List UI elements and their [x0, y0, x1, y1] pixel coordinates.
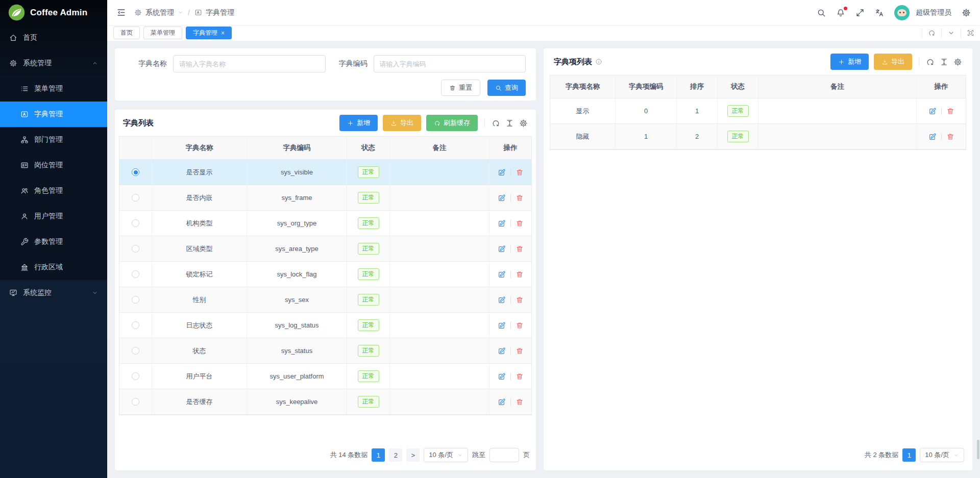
sidebar-item[interactable]: 部门管理 — [0, 127, 107, 153]
page-size-select[interactable]: 10 条/页 — [424, 448, 468, 462]
edit-icon[interactable] — [928, 133, 937, 141]
sidebar-item[interactable]: 系统管理 — [0, 51, 107, 76]
avatar[interactable] — [894, 5, 910, 20]
table-row[interactable]: 是否缓存 sys_keepalive 正常 — [119, 389, 531, 415]
breadcrumb-section[interactable]: 系统管理 — [145, 8, 174, 17]
refresh-cache-button[interactable]: 刷新缓存 — [426, 115, 478, 131]
row-radio[interactable] — [132, 372, 139, 380]
page-button-1[interactable]: 1 — [372, 448, 385, 462]
row-radio[interactable] — [132, 194, 139, 202]
delete-icon[interactable] — [516, 321, 524, 330]
tab-menu-mgmt[interactable]: 菜单管理 — [143, 27, 182, 39]
close-icon[interactable]: × — [221, 30, 225, 36]
row-radio[interactable] — [132, 168, 139, 176]
sidebar-item[interactable]: 首页 — [0, 25, 107, 51]
delete-icon[interactable] — [516, 194, 524, 202]
edit-icon[interactable] — [498, 347, 506, 355]
scrollbar[interactable] — [977, 440, 979, 459]
status-badge: 正常 — [727, 131, 749, 142]
table-row[interactable]: 机构类型 sys_org_type 正常 — [119, 211, 531, 236]
table-row[interactable]: 显示 0 1 正常 — [550, 98, 966, 124]
delete-icon[interactable] — [516, 168, 524, 177]
delete-icon[interactable] — [516, 296, 524, 304]
export-button[interactable]: 导出 — [383, 115, 421, 131]
fullscreen-icon[interactable] — [855, 8, 865, 17]
search-icon[interactable] — [817, 8, 826, 17]
edit-icon[interactable] — [498, 398, 506, 406]
translate-icon[interactable] — [875, 8, 884, 17]
edit-icon[interactable] — [498, 168, 506, 177]
table-row[interactable]: 隐藏 1 2 正常 — [550, 124, 966, 149]
row-radio[interactable] — [132, 270, 139, 278]
chevron-down-icon[interactable] — [941, 28, 961, 38]
delete-icon[interactable] — [516, 347, 524, 355]
refresh-table-icon[interactable] — [926, 58, 935, 66]
reset-button[interactable]: 重置 — [441, 80, 480, 96]
table-row[interactable]: 日志状态 sys_log_status 正常 — [119, 313, 531, 338]
tab-dict-mgmt[interactable]: 字典管理 × — [186, 27, 232, 39]
row-radio[interactable] — [132, 398, 139, 406]
row-radio[interactable] — [132, 347, 139, 355]
dict-name-input[interactable] — [173, 55, 326, 72]
column-settings-icon[interactable] — [519, 119, 528, 128]
sidebar-submenu: 菜单管理字典管理部门管理岗位管理角色管理用户管理参数管理行政区域 — [0, 76, 107, 280]
sidebar-item[interactable]: 字典管理 — [0, 102, 107, 127]
collapse-menu-icon[interactable] — [116, 8, 126, 17]
edit-icon[interactable] — [498, 219, 506, 228]
edit-icon[interactable] — [498, 194, 506, 202]
row-radio[interactable] — [132, 219, 139, 227]
refresh-table-icon[interactable] — [492, 119, 500, 128]
page-button-1[interactable]: 1 — [902, 448, 916, 462]
export-item-button[interactable]: 导出 — [874, 54, 912, 70]
table-row[interactable]: 性别 sys_sex 正常 — [119, 287, 531, 313]
delete-icon[interactable] — [516, 398, 524, 406]
row-height-icon[interactable] — [940, 58, 948, 66]
row-radio[interactable] — [132, 296, 139, 304]
refresh-tab-icon[interactable] — [922, 28, 941, 38]
table-row[interactable]: 是否内嵌 sys_frame 正常 — [119, 185, 531, 211]
table-row[interactable]: 用户平台 sys_user_platform 正常 — [119, 364, 531, 389]
notifications-button[interactable] — [836, 8, 845, 17]
query-button[interactable]: 查询 — [487, 80, 526, 96]
delete-icon[interactable] — [946, 107, 954, 115]
table-row[interactable]: 区域类型 sys_area_type 正常 — [119, 236, 531, 262]
table-row[interactable]: 状态 sys_status 正常 — [119, 338, 531, 364]
next-page-button[interactable]: > — [406, 448, 420, 462]
sidebar-item[interactable]: 参数管理 — [0, 229, 107, 255]
dict-code-input[interactable] — [374, 55, 526, 72]
info-icon[interactable] — [595, 58, 602, 65]
user-name[interactable]: 超级管理员 — [916, 8, 951, 17]
sidebar-item[interactable]: 行政区域 — [0, 255, 107, 280]
edit-icon[interactable] — [498, 245, 506, 253]
row-height-icon[interactable] — [505, 119, 514, 128]
table-row[interactable]: 锁定标记 sys_lock_flag 正常 — [119, 262, 531, 287]
edit-icon[interactable] — [498, 270, 506, 279]
edit-icon[interactable] — [928, 107, 937, 115]
delete-icon[interactable] — [516, 245, 524, 253]
table-row[interactable]: 是否显示 sys_visible 正常 — [119, 160, 531, 185]
sidebar-item[interactable]: 岗位管理 — [0, 153, 107, 178]
maximize-icon[interactable] — [961, 28, 980, 38]
delete-icon[interactable] — [516, 270, 524, 279]
sidebar-item[interactable]: 菜单管理 — [0, 76, 107, 102]
column-settings-icon[interactable] — [953, 58, 962, 66]
dict-name-cell: 状态 — [152, 338, 247, 363]
page-button-2[interactable]: 2 — [389, 448, 402, 462]
sidebar-item[interactable]: 用户管理 — [0, 204, 107, 229]
tab-home[interactable]: 首页 — [113, 27, 140, 39]
sidebar-item[interactable]: 角色管理 — [0, 178, 107, 204]
delete-icon[interactable] — [946, 133, 954, 141]
page-size-select[interactable]: 10 条/页 — [920, 448, 964, 462]
edit-icon[interactable] — [498, 372, 506, 381]
row-radio[interactable] — [132, 245, 139, 253]
edit-icon[interactable] — [498, 296, 506, 304]
row-radio[interactable] — [132, 321, 139, 329]
settings-gear-icon[interactable] — [962, 8, 971, 17]
add-button[interactable]: 新增 — [339, 115, 378, 131]
delete-icon[interactable] — [516, 219, 524, 228]
sidebar-item[interactable]: 系统监控 — [0, 280, 107, 306]
delete-icon[interactable] — [516, 372, 524, 381]
add-item-button[interactable]: 新增 — [830, 54, 869, 70]
edit-icon[interactable] — [498, 321, 506, 330]
jump-page-input[interactable] — [489, 448, 519, 462]
